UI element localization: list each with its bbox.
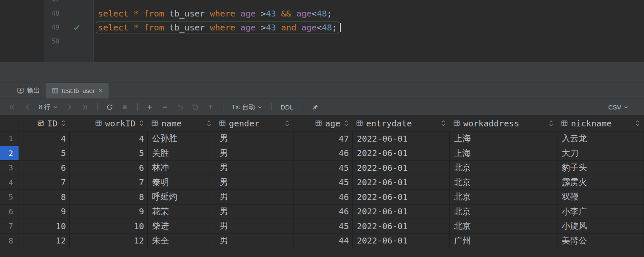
cell-workID[interactable]: 6 xyxy=(70,161,148,175)
cell-ID[interactable]: 5 xyxy=(19,146,70,161)
cell-workID[interactable]: 10 xyxy=(70,219,148,233)
column-header-age[interactable]: age xyxy=(293,115,353,131)
cell-entrydate[interactable]: 2022-06-01 xyxy=(353,205,450,219)
tx-mode-dropdown[interactable]: Tx: 自动 xyxy=(229,101,265,113)
cell-ID[interactable]: 6 xyxy=(19,161,70,175)
cell-workaddress[interactable]: 广州 xyxy=(450,234,557,248)
cell-ID[interactable]: 4 xyxy=(19,131,70,146)
cell-ID[interactable]: 7 xyxy=(19,175,70,190)
tab-result-tab[interactable]: test.tb_user× xyxy=(46,83,109,98)
submit-button[interactable] xyxy=(204,101,217,113)
cell-age[interactable]: 46 xyxy=(293,190,353,204)
cell-workID[interactable]: 7 xyxy=(70,175,148,190)
sort-toggle-icon[interactable] xyxy=(548,120,554,126)
sort-toggle-icon[interactable] xyxy=(139,120,144,126)
cell-ID[interactable]: 9 xyxy=(19,205,70,219)
row-number[interactable]: 8 xyxy=(0,234,19,248)
sort-toggle-icon[interactable] xyxy=(635,120,641,126)
cell-nickname[interactable]: 入云龙 xyxy=(557,131,644,146)
column-header-workaddress[interactable]: workaddress xyxy=(450,115,557,131)
first-page-button[interactable] xyxy=(6,101,19,113)
page-size-dropdown[interactable]: 8 行 xyxy=(36,101,61,113)
cell-ID[interactable]: 12 xyxy=(19,234,70,248)
cell-age[interactable]: 45 xyxy=(293,175,353,190)
column-header-nickname[interactable]: nickname xyxy=(557,115,644,131)
cell-workaddress[interactable]: 上海 xyxy=(450,131,557,146)
cell-gender[interactable]: 男 xyxy=(215,219,293,233)
cell-entrydate[interactable]: 2022-06-01 xyxy=(353,190,450,204)
column-header-workID[interactable]: workID xyxy=(70,115,148,131)
column-header-name[interactable]: name xyxy=(148,115,215,131)
editor-line[interactable] xyxy=(94,34,644,48)
row-number[interactable]: 1 xyxy=(0,131,19,146)
cell-nickname[interactable]: 小旋风 xyxy=(557,219,644,233)
cell-gender[interactable]: 男 xyxy=(215,190,293,204)
editor-code-area[interactable]: select * from tb_user where age >43 && a… xyxy=(94,0,644,62)
cell-name[interactable]: 呼延灼 xyxy=(148,190,215,204)
revert-changes-button[interactable] xyxy=(174,101,187,113)
cell-age[interactable]: 46 xyxy=(293,205,353,219)
cell-workID[interactable]: 12 xyxy=(70,234,148,248)
cell-nickname[interactable]: 小李广 xyxy=(557,205,644,219)
cell-gender[interactable]: 男 xyxy=(215,234,293,248)
rollback-button[interactable] xyxy=(189,101,202,113)
refresh-button[interactable] xyxy=(103,101,116,113)
column-header-gender[interactable]: gender xyxy=(215,115,293,131)
row-number[interactable]: 7 xyxy=(0,219,19,233)
ddl-button[interactable]: DDL xyxy=(277,101,297,113)
cell-age[interactable]: 46 xyxy=(293,146,353,161)
row-number[interactable]: 2 xyxy=(0,146,19,161)
cell-age[interactable]: 44 xyxy=(293,234,353,248)
cell-ID[interactable]: 8 xyxy=(19,190,70,204)
row-number[interactable]: 5 xyxy=(0,190,19,204)
cell-workID[interactable]: 8 xyxy=(70,190,148,204)
cell-workaddress[interactable]: 北京 xyxy=(450,161,557,175)
cell-workID[interactable]: 9 xyxy=(70,205,148,219)
cell-name[interactable]: 花荣 xyxy=(148,205,215,219)
next-page-button[interactable] xyxy=(63,101,76,113)
export-format-dropdown[interactable]: CSV xyxy=(606,101,631,113)
editor-line[interactable] xyxy=(94,0,644,6)
cell-name[interactable]: 柴进 xyxy=(148,219,215,233)
cell-nickname[interactable]: 霹雳火 xyxy=(557,175,644,190)
sort-toggle-icon[interactable] xyxy=(206,120,212,126)
row-number[interactable]: 4 xyxy=(0,175,19,190)
stop-button[interactable] xyxy=(119,101,131,113)
column-header-entrydate[interactable]: entrydate xyxy=(353,115,450,131)
pin-tab-button[interactable] xyxy=(309,101,322,113)
cell-gender[interactable]: 男 xyxy=(215,175,293,190)
cell-ID[interactable]: 10 xyxy=(19,219,70,233)
editor-line[interactable]: select * from tb_user where age >43 and … xyxy=(94,20,644,34)
cell-nickname[interactable]: 美髯公 xyxy=(557,234,644,248)
cell-workaddress[interactable]: 北京 xyxy=(450,190,557,204)
cell-nickname[interactable]: 豹子头 xyxy=(557,161,644,175)
cell-gender[interactable]: 男 xyxy=(215,131,293,146)
close-icon[interactable]: × xyxy=(98,87,102,94)
delete-row-button[interactable] xyxy=(159,101,171,113)
column-header-ID[interactable]: ID xyxy=(19,115,70,131)
cell-workID[interactable]: 4 xyxy=(70,131,148,146)
cell-gender[interactable]: 男 xyxy=(215,161,293,175)
sort-toggle-icon[interactable] xyxy=(440,120,446,126)
cell-nickname[interactable]: 大刀 xyxy=(557,146,644,161)
cell-workaddress[interactable]: 北京 xyxy=(450,205,557,219)
row-number[interactable]: 6 xyxy=(0,205,19,219)
cell-entrydate[interactable]: 2022-06-01 xyxy=(353,131,450,146)
cell-age[interactable]: 45 xyxy=(293,219,353,233)
previous-page-button[interactable] xyxy=(21,101,34,113)
cell-name[interactable]: 朱仝 xyxy=(148,234,215,248)
cell-age[interactable]: 47 xyxy=(293,131,353,146)
sort-toggle-icon[interactable] xyxy=(60,120,66,126)
sort-toggle-icon[interactable] xyxy=(284,120,290,126)
cell-name[interactable]: 公孙胜 xyxy=(148,131,215,146)
cell-entrydate[interactable]: 2022-06-01 xyxy=(353,146,450,161)
editor-line[interactable]: select * from tb_user where age >43 && a… xyxy=(94,6,644,20)
cell-workID[interactable]: 5 xyxy=(70,146,148,161)
cell-age[interactable]: 45 xyxy=(293,161,353,175)
cell-entrydate[interactable]: 2022-06-01 xyxy=(353,219,450,233)
cell-name[interactable]: 关胜 xyxy=(148,146,215,161)
cell-name[interactable]: 林冲 xyxy=(148,161,215,175)
cell-workaddress[interactable]: 上海 xyxy=(450,146,557,161)
add-row-button[interactable] xyxy=(144,101,156,113)
cell-gender[interactable]: 男 xyxy=(215,146,293,161)
